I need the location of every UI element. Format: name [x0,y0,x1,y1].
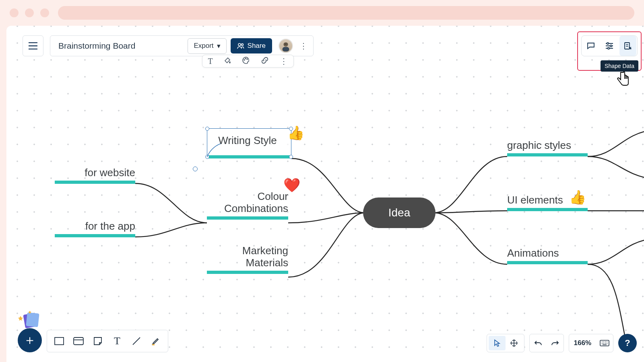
zoom-group: 166% [569,334,613,352]
node-underline [207,216,288,220]
resize-handle[interactable] [289,155,293,159]
node-label: Marketing Materials [207,245,288,269]
node-for-the-app[interactable]: for the app [55,220,135,237]
highlighter-tool[interactable] [147,332,165,350]
reaction-heart-icon[interactable]: ❤️ [283,177,300,193]
node-label: graphic styles [507,139,588,152]
undo-button[interactable] [530,334,547,352]
line-tool[interactable] [128,332,145,350]
mind-map: Idea Writing Style 👍 Colour Combinations… [6,26,644,362]
node-label: Colour Combinations [207,191,288,215]
node-underline [507,153,588,156]
zoom-level[interactable]: 166% [569,339,596,347]
keyboard-shortcuts-button[interactable] [596,334,613,352]
node-center-idea[interactable]: Idea [363,197,436,228]
help-button[interactable]: ? [618,334,637,352]
spawn-connector [207,144,221,157]
traffic-dot [10,8,19,17]
canvas[interactable]: Brainstorming Board Export ▾ Share ⋮ T [6,26,644,362]
url-bar[interactable] [58,6,634,20]
node-underline [207,271,288,274]
traffic-dot [25,8,34,17]
node-writing-style-selected[interactable]: Writing Style [207,128,291,157]
browser-chrome [0,0,644,26]
sticky-note-tool[interactable] [89,332,107,350]
redo-button[interactable] [547,334,564,352]
node-for-website[interactable]: for website [55,167,135,184]
cursor-mode-group [487,334,524,352]
traffic-dot [40,8,49,17]
resize-handle[interactable] [205,127,209,131]
node-graphic-styles[interactable]: graphic styles [507,139,588,156]
svg-rect-19 [600,340,609,346]
card-tool[interactable] [70,332,87,350]
select-mode-button[interactable] [489,336,506,350]
node-underline [55,181,135,184]
reaction-thumbs-icon[interactable]: 👍 [569,189,586,205]
add-child-handle[interactable] [193,167,198,171]
node-label: Animations [507,247,588,259]
svg-line-18 [133,337,140,345]
svg-rect-15 [55,337,64,345]
node-animations[interactable]: Animations [507,247,588,264]
node-underline [55,234,135,237]
reaction-thumbs-icon[interactable]: 👍 [287,125,304,141]
shape-toolbar: T [47,330,168,352]
view-toolbar: 166% ? [487,334,637,352]
node-label: for the app [55,220,135,232]
pan-mode-button[interactable] [506,336,522,350]
history-group [529,334,564,352]
text-tool[interactable]: T [108,332,126,350]
rectangle-tool[interactable] [50,332,68,350]
node-underline [507,208,588,211]
svg-rect-16 [74,337,83,345]
node-label: for website [55,167,135,179]
window-traffic-lights [10,8,49,17]
plus-icon: ＋ [23,331,36,349]
node-underline [507,261,588,264]
add-shape-fab[interactable]: ＋ [18,328,42,352]
node-marketing-materials[interactable]: Marketing Materials [207,245,288,274]
node-colour-combinations[interactable]: Colour Combinations [207,191,288,220]
